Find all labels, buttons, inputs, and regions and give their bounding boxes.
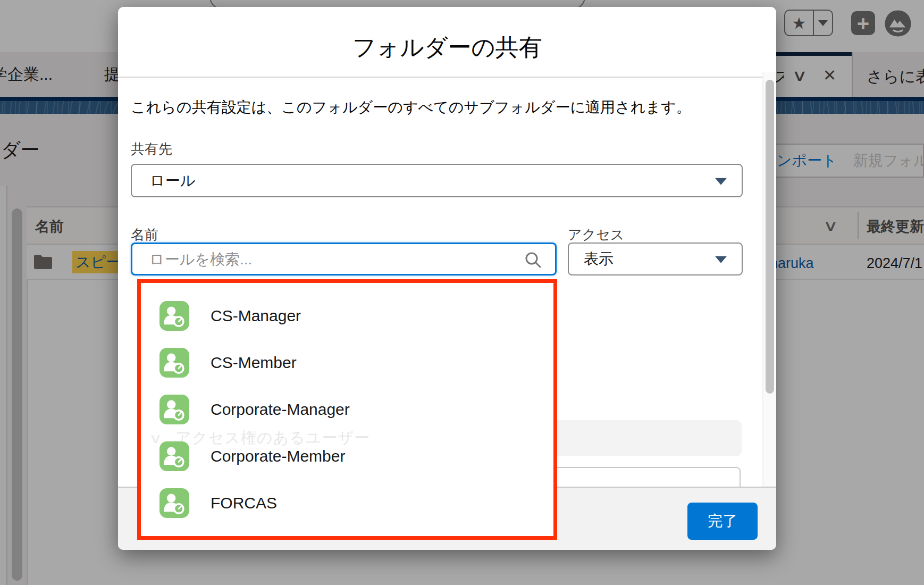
folder-sharing-modal: フォルダーの共有 これらの共有設定は、このフォルダーのすべてのサブフォルダーに適… (118, 7, 776, 550)
caret-down-icon (715, 256, 727, 263)
share-with-label: 共有先 (131, 140, 172, 158)
modal-scrollbar[interactable] (766, 80, 774, 394)
caret-down-icon (715, 178, 727, 185)
role-search-input[interactable] (148, 246, 523, 273)
role-icon (159, 488, 189, 518)
role-suggestions-dropdown: ∨ アクセス権のあるユーザー CS-Manager (137, 279, 557, 540)
access-select[interactable]: 表示 (568, 243, 743, 275)
done-button[interactable]: 完了 (687, 503, 758, 540)
share-with-select[interactable]: ロール (131, 164, 743, 197)
role-option-corporate-member[interactable]: Corporate-Member (141, 433, 553, 480)
share-with-value: ロール (132, 171, 195, 191)
role-option-forcas[interactable]: FORCAS (141, 480, 553, 526)
divider (118, 77, 776, 78)
access-value: 表示 (569, 249, 614, 269)
app-window: ★ + 学企業... 提 ス ∨ ✕ さらに表示 ダー インポート 新規フォルダ… (0, 0, 924, 585)
role-icon (159, 348, 189, 378)
access-label: アクセス (568, 225, 624, 244)
role-icon (159, 441, 189, 471)
role-option-corporate-manager[interactable]: Corporate-Manager (141, 386, 553, 433)
modal-description: これらの共有設定は、このフォルダーのすべてのサブフォルダーに適用されます。 (131, 97, 691, 118)
search-icon (524, 251, 542, 269)
modal-title: フォルダーの共有 (118, 32, 776, 63)
role-icon (159, 395, 189, 424)
role-option-cs-manager[interactable]: CS-Manager (141, 292, 553, 339)
name-label: 名前 (131, 225, 158, 244)
role-option-cs-member[interactable]: CS-Member (141, 339, 553, 386)
role-icon (159, 301, 189, 331)
role-search-field (131, 243, 557, 275)
